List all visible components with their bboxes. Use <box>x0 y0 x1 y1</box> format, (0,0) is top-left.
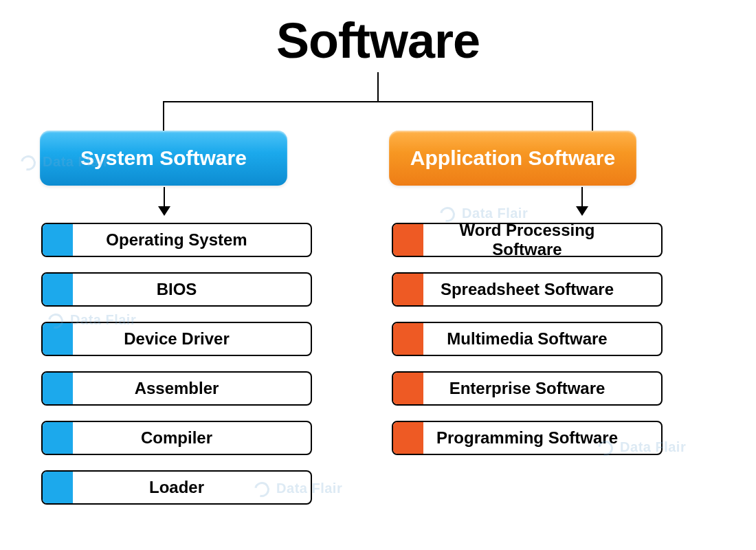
watermark-text: Data Flair <box>462 206 528 221</box>
item-label: Loader <box>73 478 311 497</box>
item-label: Operating System <box>73 230 311 250</box>
item-label: Multimedia Software <box>423 329 661 349</box>
list-item: Compiler <box>41 421 312 455</box>
item-label: Word Processing Software <box>423 223 661 257</box>
arrow-down-icon <box>164 187 165 214</box>
list-item: Spreadsheet Software <box>392 272 663 307</box>
list-item: BIOS <box>41 272 312 307</box>
item-label: Spreadsheet Software <box>423 280 661 299</box>
arrow-down-icon <box>581 187 583 214</box>
color-swatch <box>393 323 423 355</box>
list-item: Assembler <box>41 371 312 406</box>
category-label: Application Software <box>410 146 615 170</box>
list-item: Device Driver <box>41 322 312 356</box>
color-swatch <box>393 373 423 404</box>
item-label: Enterprise Software <box>423 379 661 398</box>
color-swatch <box>43 274 73 305</box>
watermark: Data Flair <box>440 206 528 222</box>
category-application-software: Application Software <box>389 131 636 186</box>
color-swatch <box>43 422 73 454</box>
connector-line <box>592 101 593 131</box>
color-swatch <box>43 224 73 256</box>
item-label: Programming Software <box>423 428 661 448</box>
color-swatch <box>393 422 423 454</box>
application-software-list: Word Processing Software Spreadsheet Sof… <box>392 223 663 470</box>
logo-icon <box>18 153 38 173</box>
color-swatch <box>43 472 73 503</box>
list-item: Programming Software <box>392 421 663 455</box>
color-swatch <box>393 224 423 256</box>
color-swatch <box>393 274 423 305</box>
list-item: Word Processing Software <box>392 223 663 257</box>
logo-icon <box>437 204 458 225</box>
connector-line <box>163 101 164 131</box>
list-item: Operating System <box>41 223 312 257</box>
item-label: Assembler <box>73 379 311 398</box>
system-software-list: Operating System BIOS Device Driver Asse… <box>41 223 312 520</box>
list-item: Enterprise Software <box>392 371 663 406</box>
category-label: System Software <box>80 146 247 170</box>
list-item: Loader <box>41 470 312 505</box>
diagram-title: Software <box>0 12 756 69</box>
item-label: BIOS <box>73 280 311 299</box>
item-label: Device Driver <box>73 329 311 349</box>
item-label: Compiler <box>73 428 311 448</box>
color-swatch <box>43 323 73 355</box>
connector-line <box>163 101 593 102</box>
connector-line <box>377 72 379 102</box>
category-system-software: System Software <box>40 131 287 186</box>
color-swatch <box>43 373 73 404</box>
list-item: Multimedia Software <box>392 322 663 356</box>
